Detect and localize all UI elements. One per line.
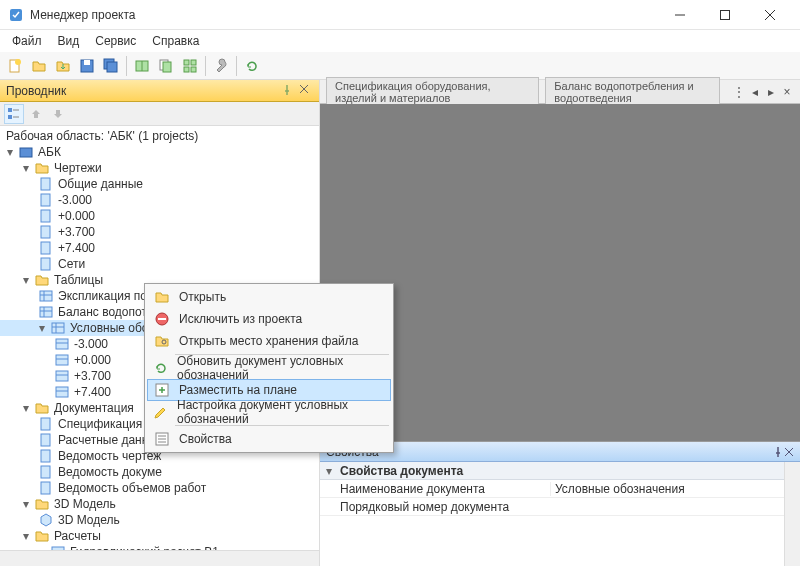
svg-rect-52 xyxy=(41,466,50,478)
menu-help[interactable]: Справка xyxy=(144,32,207,50)
tree-lvl-37[interactable]: +3.700 xyxy=(0,224,319,240)
edit-icon xyxy=(153,403,169,421)
toolbar-open-icon[interactable] xyxy=(28,55,50,77)
toolbar-wrench-icon[interactable] xyxy=(210,55,232,77)
table-icon xyxy=(54,352,70,368)
maximize-button[interactable] xyxy=(702,1,747,29)
tree-nets[interactable]: Сети xyxy=(0,256,319,272)
doc-icon xyxy=(38,432,54,448)
tree-abk[interactable]: ▾АБК xyxy=(0,144,319,160)
table-icon xyxy=(38,288,54,304)
svg-rect-16 xyxy=(191,60,196,65)
table-icon xyxy=(54,336,70,352)
toolbar-import-icon[interactable] xyxy=(52,55,74,77)
tree-drawings[interactable]: ▾Чертежи xyxy=(0,160,319,176)
svg-rect-27 xyxy=(41,194,50,206)
doc-nav-menu-icon[interactable]: ⋮ xyxy=(732,85,746,99)
svg-rect-25 xyxy=(20,148,32,157)
properties-panel: Свойства ▾Свойства документа Наименовани… xyxy=(320,441,800,566)
tree-calcs[interactable]: ▾Расчеты xyxy=(0,528,319,544)
svg-rect-32 xyxy=(40,291,52,301)
close-button[interactable] xyxy=(747,1,792,29)
doc-tab-balance[interactable]: Баланс водопотребления и водоотведения xyxy=(545,77,720,107)
context-menu: Открыть Исключить из проекта Открыть мес… xyxy=(144,283,394,453)
svg-rect-2 xyxy=(720,10,729,19)
cm-update-legend[interactable]: Обновить документ условных обозначений xyxy=(147,357,391,379)
cm-setup-legend[interactable]: Настройка документ условных обозначений xyxy=(147,401,391,423)
document-tabs: Спецификация оборудования, изделий и мат… xyxy=(320,80,800,104)
svg-rect-28 xyxy=(41,210,50,222)
svg-rect-21 xyxy=(8,108,12,112)
svg-rect-35 xyxy=(40,307,52,317)
cm-open-location[interactable]: Открыть место хранения файла xyxy=(147,330,391,352)
pin-icon[interactable] xyxy=(281,84,295,98)
props-row-name[interactable]: Наименование документаУсловные обозначен… xyxy=(320,480,784,498)
document-icon xyxy=(38,208,54,224)
cm-exclude[interactable]: Исключить из проекта xyxy=(147,308,391,330)
folder-open-icon xyxy=(34,528,50,544)
doc-nav-prev-icon[interactable]: ◂ xyxy=(748,85,762,99)
toolbar-new-icon[interactable] xyxy=(4,55,26,77)
pin-icon[interactable] xyxy=(772,446,784,458)
cube-icon xyxy=(38,512,54,528)
tree-model3d-item[interactable]: 3D Модель xyxy=(0,512,319,528)
toolbar-save-icon[interactable] xyxy=(76,55,98,77)
explorer-down-icon[interactable] xyxy=(48,104,68,124)
toolbar-tile-icon[interactable] xyxy=(179,55,201,77)
props-row-order[interactable]: Порядковый номер документа xyxy=(320,498,784,516)
tree-sheet-docs[interactable]: Ведомость докуме xyxy=(0,464,319,480)
cm-open[interactable]: Открыть xyxy=(147,286,391,308)
props-group-document[interactable]: ▾Свойства документа xyxy=(320,462,784,480)
svg-rect-53 xyxy=(41,482,50,494)
doc-tab-spec[interactable]: Спецификация оборудования, изделий и мат… xyxy=(326,77,539,107)
explorer-up-icon[interactable] xyxy=(26,104,46,124)
tree-lvl-74[interactable]: +7.400 xyxy=(0,240,319,256)
folder-open-icon xyxy=(34,496,50,512)
doc-nav-next-icon[interactable]: ▸ xyxy=(764,85,778,99)
tree-workspace[interactable]: Рабочая область: 'АБК' (1 projects) xyxy=(0,128,319,144)
toolbar-refresh-icon[interactable] xyxy=(241,55,263,77)
folder-open-icon xyxy=(34,160,50,176)
svg-rect-51 xyxy=(41,450,50,462)
tree-h-scrollbar[interactable] xyxy=(0,550,319,566)
tree-model3d[interactable]: ▾3D Модель xyxy=(0,496,319,512)
tree-general-data[interactable]: Общие данные xyxy=(0,176,319,192)
svg-rect-47 xyxy=(56,387,68,397)
document-icon xyxy=(38,176,54,192)
window-title: Менеджер проекта xyxy=(30,8,657,22)
toolbar-layers-icon[interactable] xyxy=(131,55,153,77)
explorer-tree-mode-icon[interactable] xyxy=(4,104,24,124)
tree-lvl-m3[interactable]: -3.000 xyxy=(0,192,319,208)
svg-rect-18 xyxy=(191,67,196,72)
svg-rect-10 xyxy=(107,62,117,72)
svg-rect-45 xyxy=(56,371,68,381)
menu-view[interactable]: Вид xyxy=(50,32,88,50)
svg-rect-26 xyxy=(41,178,50,190)
svg-rect-15 xyxy=(184,60,189,65)
props-v-scrollbar[interactable] xyxy=(784,462,800,566)
table-icon xyxy=(54,384,70,400)
close-panel-icon[interactable] xyxy=(299,84,313,98)
toolbar-copy-icon[interactable] xyxy=(155,55,177,77)
doc-icon xyxy=(38,464,54,480)
menu-file[interactable]: Файл xyxy=(4,32,50,50)
menu-service[interactable]: Сервис xyxy=(87,32,144,50)
refresh-icon xyxy=(153,359,169,377)
doc-icon xyxy=(38,416,54,432)
table-icon xyxy=(38,304,54,320)
svg-rect-38 xyxy=(52,323,64,333)
doc-nav-close-icon[interactable]: × xyxy=(780,85,794,99)
svg-rect-17 xyxy=(184,67,189,72)
svg-point-6 xyxy=(15,59,21,65)
svg-rect-31 xyxy=(41,258,50,270)
toolbar-saveall-icon[interactable] xyxy=(100,55,122,77)
folder-open-icon xyxy=(34,400,50,416)
doc-icon xyxy=(38,480,54,496)
minimize-button[interactable] xyxy=(657,1,702,29)
svg-rect-43 xyxy=(56,355,68,365)
tree-sheet-vol[interactable]: Ведомость объемов работ xyxy=(0,480,319,496)
cm-properties[interactable]: Свойства xyxy=(147,428,391,450)
close-panel-icon[interactable] xyxy=(784,447,794,457)
tree-lvl-0[interactable]: +0.000 xyxy=(0,208,319,224)
document-icon xyxy=(38,240,54,256)
